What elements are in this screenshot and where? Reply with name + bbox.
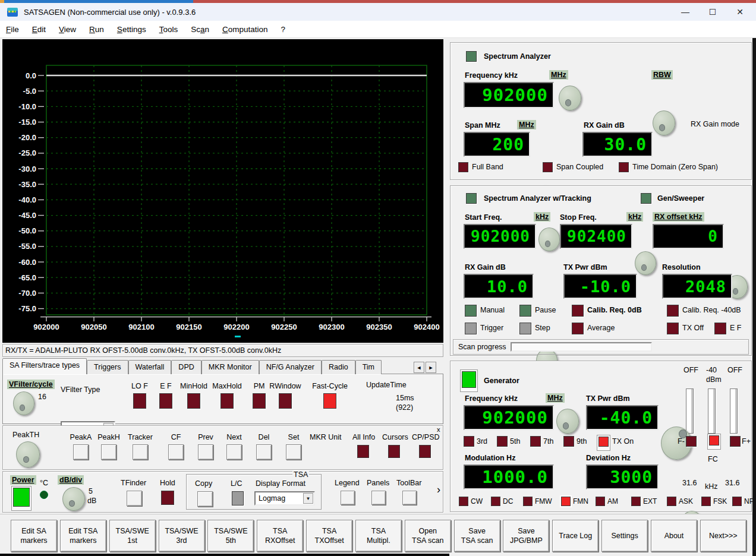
more-arrow-icon[interactable]: › bbox=[437, 484, 440, 496]
dbdiv-button[interactable]: dB/div bbox=[58, 475, 84, 485]
about-button[interactable]: About bbox=[651, 520, 697, 552]
lo-f-checkbox[interactable] bbox=[133, 393, 146, 409]
gen-level-slider-center[interactable] bbox=[708, 388, 716, 434]
edit-tsa-markers-button[interactable]: Edit TSAmarkers bbox=[60, 520, 106, 552]
peaka-button[interactable] bbox=[73, 444, 89, 460]
next-button[interactable] bbox=[226, 444, 242, 460]
sa-frequency-display[interactable]: 902000 bbox=[464, 82, 554, 108]
menu-tools[interactable]: Tools bbox=[159, 25, 178, 34]
tsa-rx-gain-display[interactable]: 10.0 bbox=[464, 274, 534, 299]
all-info-checkbox[interactable] bbox=[357, 445, 369, 458]
menu-scan[interactable]: Scan bbox=[191, 25, 209, 34]
open-tsa-scan-button[interactable]: OpenTSA scan bbox=[405, 520, 451, 552]
maxhold-checkbox[interactable] bbox=[220, 393, 234, 409]
sa-rbw-knob[interactable] bbox=[653, 110, 675, 135]
power-button[interactable]: Power bbox=[10, 475, 36, 485]
harmonic-9th-checkbox[interactable] bbox=[563, 436, 574, 447]
mode-npr-checkbox[interactable] bbox=[732, 497, 742, 506]
vfilter-cycle-knob[interactable] bbox=[13, 391, 34, 415]
start-khz-button[interactable]: kHz bbox=[534, 212, 550, 222]
next-button[interactable]: Next>>> bbox=[700, 520, 746, 552]
menu-settings[interactable]: Settings bbox=[117, 25, 146, 34]
gen-level-slider-right[interactable] bbox=[730, 388, 738, 434]
panels-button[interactable] bbox=[371, 491, 386, 505]
tsa-swe-3rd-button[interactable]: TSA/SWE3rd bbox=[159, 520, 205, 552]
rx-offset-display[interactable]: 0 bbox=[653, 224, 724, 249]
e-f-checkbox[interactable] bbox=[159, 393, 172, 409]
mode-dc-checkbox[interactable] bbox=[491, 497, 500, 506]
legend-button[interactable] bbox=[341, 491, 355, 505]
mode-ext-checkbox[interactable] bbox=[631, 497, 641, 506]
panel-close-icon[interactable]: x bbox=[437, 426, 440, 433]
harmonic-3rd-checkbox[interactable] bbox=[464, 436, 474, 447]
gen-tx-pwr-display[interactable]: -40.0 bbox=[586, 405, 659, 430]
rx-offset-button[interactable]: RX offset kHz bbox=[653, 212, 704, 222]
lc-checkbox[interactable] bbox=[232, 491, 244, 506]
sa-rx-gain-display[interactable]: 30.0 bbox=[582, 132, 653, 157]
tab-tim[interactable]: Tim bbox=[355, 360, 382, 374]
stop-khz-button[interactable]: kHz bbox=[626, 212, 643, 222]
tab-waterfall[interactable]: Waterfall bbox=[128, 360, 172, 374]
tab-triggers[interactable]: Triggers bbox=[87, 360, 128, 374]
calib-40db-checkbox[interactable] bbox=[667, 305, 679, 317]
gen-frequency-knob[interactable] bbox=[556, 409, 579, 434]
mode-fmw-checkbox[interactable] bbox=[523, 497, 533, 506]
full-band-checkbox[interactable] bbox=[458, 162, 468, 172]
tsa-tx-pwr-display[interactable]: -10.0 bbox=[563, 274, 637, 299]
generator-indicator[interactable] bbox=[460, 369, 478, 392]
f-minus-checkbox[interactable] bbox=[686, 436, 697, 447]
prev-button[interactable] bbox=[198, 444, 213, 460]
spectrum-plot[interactable]: 0.0-5.0-10.0-15.0-20.0-25.0-30.0-35.0-40… bbox=[2, 39, 443, 343]
tsa-txoffset-button[interactable]: TSATXOffset bbox=[306, 520, 352, 552]
tx-off-checkbox[interactable] bbox=[667, 323, 679, 334]
cp-psd-checkbox[interactable] bbox=[419, 445, 431, 458]
tsa-multipl-button[interactable]: TSAMultipl. bbox=[355, 520, 402, 552]
start-freq-knob[interactable] bbox=[538, 228, 560, 251]
gen-level-slider-left[interactable] bbox=[686, 388, 694, 434]
menu-edit[interactable]: Edit bbox=[32, 25, 46, 34]
sa-rbw-button[interactable]: RBW bbox=[651, 70, 673, 80]
set-button[interactable] bbox=[286, 444, 301, 460]
mode-ask-checkbox[interactable] bbox=[667, 497, 676, 506]
time-domain-checkbox[interactable] bbox=[619, 162, 629, 172]
display-format-select[interactable]: Logmag▼ bbox=[254, 491, 315, 506]
tab-radio[interactable]: Radio bbox=[322, 360, 355, 374]
toolbar-button[interactable] bbox=[402, 491, 417, 505]
harmonic-5th-checkbox[interactable] bbox=[497, 436, 508, 447]
mode-cw-checkbox[interactable] bbox=[459, 497, 468, 506]
minimize-button[interactable]: — bbox=[672, 3, 699, 21]
peakh-button[interactable] bbox=[101, 444, 116, 460]
mode-am-checkbox[interactable] bbox=[596, 497, 605, 506]
sa-span-mhz-button[interactable]: MHz bbox=[517, 120, 536, 129]
tab-nf-g-analyzer[interactable]: NF/G Analyzer bbox=[259, 360, 322, 374]
sa-mhz-button[interactable]: MHz bbox=[549, 70, 568, 80]
hold-checkbox[interactable] bbox=[161, 491, 174, 505]
vfilter-cycle-button[interactable]: VFilter/cycle bbox=[7, 380, 55, 389]
tx-on-checkbox[interactable] bbox=[597, 435, 610, 451]
del-button[interactable] bbox=[256, 444, 272, 460]
step-checkbox[interactable] bbox=[519, 323, 531, 334]
tab-dpd[interactable]: DPD bbox=[171, 360, 201, 374]
tsa-rxoffset-button[interactable]: TSARXOffset bbox=[257, 520, 303, 552]
span-coupled-checkbox[interactable] bbox=[543, 162, 553, 172]
ef-checkbox[interactable] bbox=[714, 323, 726, 334]
gen-frequency-display[interactable]: 902000 bbox=[464, 405, 554, 430]
start-freq-display[interactable]: 902000 bbox=[464, 224, 536, 249]
maximize-button[interactable]: ☐ bbox=[699, 3, 726, 21]
f-plus-checkbox[interactable] bbox=[730, 436, 741, 447]
save-tsa-scan-button[interactable]: SaveTSA scan bbox=[454, 520, 500, 552]
trace-log-button[interactable]: Trace Log bbox=[552, 520, 598, 552]
calib-0db-checkbox[interactable] bbox=[572, 305, 584, 317]
average-checkbox[interactable] bbox=[572, 323, 584, 334]
save-jpg-bmp-button[interactable]: SaveJPG/BMP bbox=[503, 520, 549, 552]
gen-mhz-button[interactable]: MHz bbox=[546, 393, 565, 403]
tab-sa-filters-trace-types[interactable]: SA Filters/trace types bbox=[2, 358, 87, 374]
modulation-display[interactable]: 1000.0 bbox=[464, 465, 554, 489]
tfinder-button[interactable] bbox=[127, 491, 142, 506]
stop-freq-knob[interactable] bbox=[635, 251, 656, 275]
fast-cycle-checkbox[interactable] bbox=[323, 393, 336, 409]
tsa-swe-1st-button[interactable]: TSA/SWE1st bbox=[109, 520, 156, 552]
cursors-checkbox[interactable] bbox=[388, 445, 400, 458]
close-button[interactable]: ✕ bbox=[726, 3, 754, 21]
fc-checkbox[interactable] bbox=[707, 434, 721, 450]
